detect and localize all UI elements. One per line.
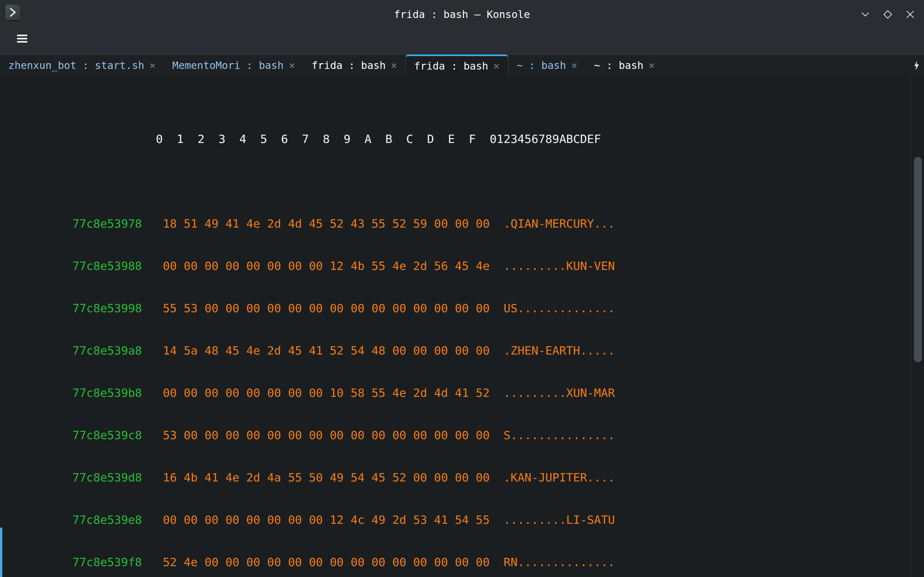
tab[interactable]: zhenxun_bot : start.sh × bbox=[0, 55, 164, 76]
hexdump-address: 77c8e539e8 bbox=[73, 513, 142, 527]
hexdump-address: 77c8e539a8 bbox=[73, 343, 142, 358]
titlebar[interactable]: frida : bash — Konsole bbox=[0, 0, 924, 29]
terminal-screen[interactable]: 0 1 2 3 4 5 6 7 8 9 A B C D E F012345678… bbox=[0, 76, 924, 577]
hexdump-output: 0 1 2 3 4 5 6 7 8 9 A B C D E F012345678… bbox=[3, 90, 615, 577]
tab-close-icon[interactable]: × bbox=[289, 60, 295, 71]
hexdump-bytes: 00 00 00 00 00 00 00 00 10 58 55 4e 2d 4… bbox=[163, 386, 490, 400]
hexdump-header-ascii: 0123456789ABCDEF bbox=[489, 132, 601, 145]
hexdump-ascii: US.............. bbox=[504, 301, 615, 315]
tab-bar: zhenxun_bot : start.sh × MementoMori : b… bbox=[0, 55, 924, 76]
hexdump-bytes: 18 51 49 41 4e 2d 4d 45 52 43 55 52 59 0… bbox=[163, 217, 490, 230]
tab-label: MementoMori : bash bbox=[172, 59, 284, 71]
tab-label: ~ : bash bbox=[594, 59, 643, 71]
toolbar bbox=[0, 29, 924, 55]
hexdump-row: 77c8e539b800 00 00 00 00 00 00 00 10 58 … bbox=[3, 372, 615, 414]
hexdump-bytes: 14 5a 48 45 4e 2d 45 41 52 54 48 00 00 0… bbox=[163, 344, 490, 357]
hexdump-address: 77c8e53988 bbox=[73, 259, 142, 273]
tab-close-icon[interactable]: × bbox=[493, 61, 499, 71]
window-controls bbox=[860, 0, 916, 29]
tab-close-icon[interactable]: × bbox=[571, 60, 577, 71]
tab[interactable]: frida : bash × bbox=[303, 55, 405, 76]
minimize-button[interactable] bbox=[860, 9, 871, 20]
hamburger-menu-icon[interactable] bbox=[17, 35, 27, 43]
hexdump-ascii: S............... bbox=[504, 429, 615, 442]
hexdump-bytes: 52 4e 00 00 00 00 00 00 00 00 00 00 00 0… bbox=[163, 556, 490, 569]
hexdump-ascii: .QIAN-MERCURY... bbox=[504, 217, 615, 230]
hexdump-header-address-spacer bbox=[58, 132, 128, 146]
scrollbar[interactable] bbox=[911, 76, 924, 577]
hexdump-address: 77c8e539b8 bbox=[73, 386, 142, 400]
hexdump-bytes: 00 00 00 00 00 00 00 00 12 4b 55 4e 2d 5… bbox=[163, 259, 490, 272]
tabbar-spacer bbox=[663, 55, 914, 76]
hexdump-row: 77c8e5398800 00 00 00 00 00 00 00 12 4b … bbox=[3, 245, 615, 287]
hexdump-ascii: .........XUN-MAR bbox=[504, 386, 615, 400]
hexdump-ascii: RN.............. bbox=[504, 556, 615, 569]
tab-label: ~ : bash bbox=[517, 59, 566, 71]
maximize-button[interactable] bbox=[882, 9, 893, 20]
diamond-icon bbox=[882, 9, 893, 20]
chevron-down-icon bbox=[860, 9, 871, 20]
hexdump-header-offsets: 0 1 2 3 4 5 6 7 8 9 A B C D E F bbox=[149, 132, 476, 145]
hexdump-row: 77c8e539d816 4b 41 4e 2d 4a 55 50 49 54 … bbox=[3, 456, 615, 499]
close-button[interactable] bbox=[905, 9, 916, 20]
hexdump-ascii: .KAN-JUPITER.... bbox=[504, 471, 615, 484]
tab-label: frida : bash bbox=[414, 60, 488, 72]
tab[interactable]: ~ : bash × bbox=[586, 55, 663, 76]
hexdump-row: 77c8e539c853 00 00 00 00 00 00 00 00 00 … bbox=[3, 414, 615, 456]
hexdump-row: 77c8e539a814 5a 48 45 4e 2d 45 41 52 54 … bbox=[3, 330, 615, 372]
hexdump-address: 77c8e539f8 bbox=[73, 555, 142, 569]
tab-label: zhenxun_bot : start.sh bbox=[8, 59, 144, 71]
scrollbar-thumb[interactable] bbox=[914, 157, 922, 362]
hexdump-bytes: 53 00 00 00 00 00 00 00 00 00 00 00 00 0… bbox=[163, 429, 490, 442]
hexdump-address: 77c8e539d8 bbox=[73, 471, 142, 485]
close-icon bbox=[905, 9, 916, 20]
tab[interactable]: MementoMori : bash × bbox=[164, 55, 303, 76]
hexdump-bytes: 55 53 00 00 00 00 00 00 00 00 00 00 00 0… bbox=[163, 301, 490, 315]
hexdump-ascii: .........KUN-VEN bbox=[504, 259, 615, 272]
hexdump-bytes: 16 4b 41 4e 2d 4a 55 50 49 54 45 52 00 0… bbox=[163, 471, 490, 484]
hexdump-row: 77c8e539f852 4e 00 00 00 00 00 00 00 00 … bbox=[3, 541, 615, 577]
tab-label: frida : bash bbox=[312, 59, 386, 71]
tab-active[interactable]: frida : bash × bbox=[405, 55, 508, 76]
new-lines-indicator bbox=[0, 528, 2, 577]
hexdump-bytes: 00 00 00 00 00 00 00 00 12 4c 49 2d 53 4… bbox=[163, 513, 490, 526]
hexdump-row: 77c8e539e800 00 00 00 00 00 00 00 12 4c … bbox=[3, 499, 615, 541]
hexdump-address: 77c8e53998 bbox=[73, 301, 142, 316]
lightning-bolt-icon[interactable] bbox=[914, 55, 924, 76]
hexdump-row: 77c8e5399855 53 00 00 00 00 00 00 00 00 … bbox=[3, 287, 615, 330]
tab[interactable]: ~ : bash × bbox=[508, 55, 586, 76]
tab-close-icon[interactable]: × bbox=[150, 60, 156, 71]
window-header: frida : bash — Konsole bbox=[0, 0, 924, 55]
hexdump-address: 77c8e53978 bbox=[73, 217, 142, 231]
tab-close-icon[interactable]: × bbox=[391, 60, 397, 71]
hexdump-header: 0 1 2 3 4 5 6 7 8 9 A B C D E F012345678… bbox=[3, 118, 615, 160]
hexdump-ascii: .........LI-SATU bbox=[504, 513, 615, 526]
hexdump-ascii: .ZHEN-EARTH..... bbox=[504, 344, 615, 357]
window-title: frida : bash — Konsole bbox=[0, 0, 924, 29]
tab-close-icon[interactable]: × bbox=[649, 60, 655, 71]
hexdump-address: 77c8e539c8 bbox=[73, 428, 142, 442]
hexdump-row: 77c8e5397818 51 49 41 4e 2d 4d 45 52 43 … bbox=[3, 203, 615, 245]
